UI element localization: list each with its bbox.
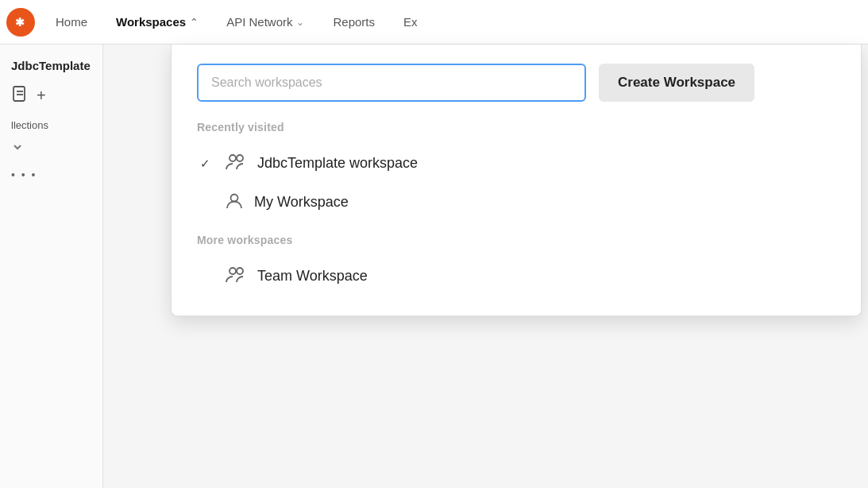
nav-api-network[interactable]: API Network ⌄ <box>212 0 318 44</box>
workspace-name: Team Workspace <box>257 268 368 285</box>
chevron-up-icon: ⌃ <box>190 17 198 28</box>
nav-home[interactable]: Home <box>41 0 102 44</box>
nav-api-network-label: API Network <box>226 15 292 29</box>
check-icon: ✓ <box>200 157 214 171</box>
recently-visited-label: Recently visited <box>197 121 835 134</box>
nav-workspaces[interactable]: Workspaces ⌃ <box>102 0 212 44</box>
more-options-dots[interactable]: • • • <box>0 161 102 189</box>
svg-point-4 <box>230 155 236 161</box>
nav-home-label: Home <box>56 15 87 29</box>
nav-reports[interactable]: Reports <box>318 0 389 44</box>
svg-point-8 <box>237 268 243 274</box>
document-icon <box>11 85 29 107</box>
team-workspace-icon <box>226 151 246 176</box>
list-item[interactable]: My Workspace <box>197 184 835 221</box>
search-wrapper <box>197 64 586 102</box>
list-item[interactable]: ✓ JdbcTemplate workspace <box>197 143 835 184</box>
svg-point-6 <box>231 195 238 202</box>
nav-explore-label: Ex <box>403 15 418 29</box>
sidebar-chevron-icon[interactable] <box>0 136 102 161</box>
logo-icon: ✱ <box>6 8 35 37</box>
dropdown-top-row: Create Workspace <box>197 64 835 102</box>
list-item[interactable]: Team Workspace <box>197 256 835 296</box>
nav-items: Home Workspaces ⌃ API Network ⌄ Reports … <box>41 0 432 44</box>
personal-workspace-icon <box>226 192 243 213</box>
add-icon[interactable]: + <box>37 87 46 105</box>
more-workspaces-label: More workspaces <box>197 234 835 246</box>
workspace-name: My Workspace <box>254 194 349 211</box>
team-workspace-icon2 <box>226 264 246 289</box>
svg-point-7 <box>230 268 236 274</box>
workspace-name: JdbcTemplate workspace <box>257 155 418 172</box>
topbar: ✱ Home Workspaces ⌃ API Network ⌄ Report… <box>0 0 868 45</box>
svg-point-5 <box>237 155 243 161</box>
chevron-down-icon: ⌄ <box>296 17 304 28</box>
sidebar: JdbcTemplate + llections • • • <box>0 45 103 488</box>
nav-explore[interactable]: Ex <box>389 0 432 44</box>
workspaces-dropdown: Create Workspace Recently visited ✓ Jdbc… <box>171 45 862 316</box>
collections-label: llections <box>0 114 102 136</box>
sidebar-workspace-title: JdbcTemplate <box>0 54 102 77</box>
svg-text:✱: ✱ <box>15 16 25 29</box>
nav-reports-label: Reports <box>333 15 375 29</box>
sidebar-collections-row: + <box>0 77 102 114</box>
create-workspace-button[interactable]: Create Workspace <box>599 64 754 102</box>
nav-workspaces-label: Workspaces <box>116 15 186 29</box>
search-input[interactable] <box>197 64 586 102</box>
svg-rect-1 <box>14 87 25 101</box>
logo-area[interactable]: ✱ <box>0 0 41 45</box>
